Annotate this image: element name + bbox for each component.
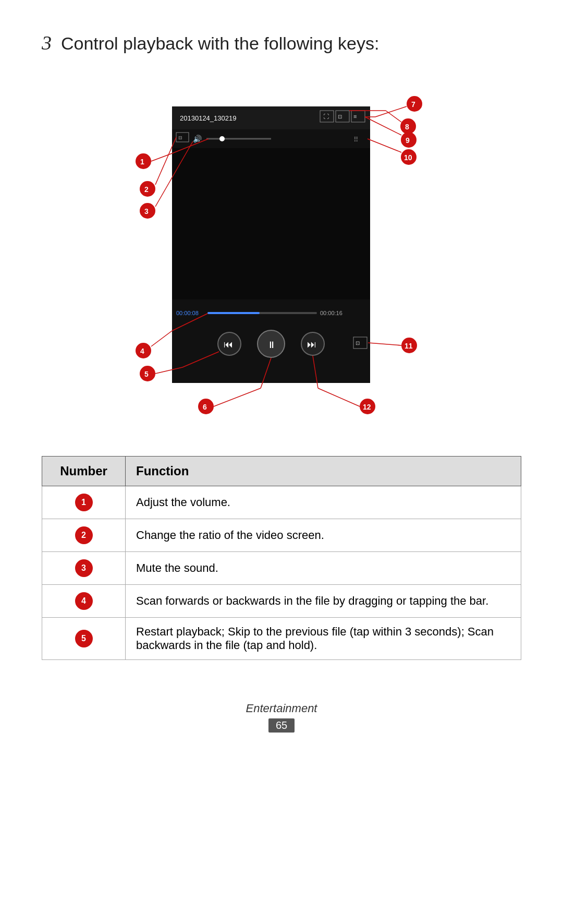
- number-badge: 3: [75, 559, 93, 577]
- svg-text:11: 11: [405, 342, 413, 350]
- svg-text:00:00:08: 00:00:08: [176, 310, 199, 316]
- row-function-cell: Change the ratio of the video screen.: [126, 519, 521, 552]
- svg-text:3: 3: [144, 207, 149, 215]
- row-function-cell: Adjust the volume.: [126, 486, 521, 519]
- svg-line-66: [368, 343, 401, 345]
- diagram-area: 20130124_130219 ⛶ ⊡ ≡ ⊟ 🔊 ⠿: [68, 75, 495, 440]
- svg-line-31: [375, 106, 407, 117]
- page-container: 3 Control playback with the following ke…: [0, 0, 563, 774]
- svg-text:⊡: ⊡: [356, 340, 360, 346]
- number-badge: 1: [75, 494, 93, 511]
- table-row: 1Adjust the volume.: [42, 486, 521, 519]
- svg-text:6: 6: [203, 403, 207, 411]
- svg-line-41: [368, 139, 401, 152]
- row-function-cell: Scan forwards or backwards in the file b…: [126, 585, 521, 618]
- svg-line-35: [386, 111, 401, 122]
- svg-text:5: 5: [144, 370, 149, 378]
- col-number-header: Number: [42, 457, 126, 486]
- svg-text:≡: ≡: [353, 113, 357, 119]
- number-badge: 5: [75, 630, 93, 647]
- svg-text:2: 2: [144, 185, 149, 194]
- diagram-svg: 20130124_130219 ⛶ ⊡ ≡ ⊟ 🔊 ⠿: [68, 75, 495, 440]
- svg-line-63: [214, 388, 261, 406]
- svg-text:⏸: ⏸: [267, 340, 276, 350]
- step-text: Control playback with the following keys…: [61, 33, 379, 54]
- table-row: 4Scan forwards or backwards in the file …: [42, 585, 521, 618]
- svg-text:10: 10: [404, 153, 412, 162]
- row-number-cell: 4: [42, 585, 126, 618]
- step-number: 3: [42, 31, 52, 54]
- footer-page-number: 65: [268, 718, 295, 733]
- svg-text:00:00:16: 00:00:16: [320, 310, 342, 316]
- svg-text:4: 4: [140, 347, 144, 355]
- svg-text:8: 8: [405, 123, 409, 131]
- svg-text:⠿: ⠿: [353, 136, 359, 143]
- table-row: 3Mute the sound.: [42, 552, 521, 585]
- svg-text:12: 12: [363, 403, 371, 411]
- number-badge: 4: [75, 592, 93, 610]
- svg-text:20130124_130219: 20130124_130219: [180, 114, 236, 122]
- page-footer: Entertainment 65: [42, 702, 521, 733]
- col-function-header: Function: [126, 457, 521, 486]
- step-heading: 3 Control playback with the following ke…: [42, 31, 521, 54]
- footer-category: Entertainment: [42, 702, 521, 715]
- row-function-cell: Mute the sound.: [126, 552, 521, 585]
- function-table: Number Function 1Adjust the volume.2Chan…: [42, 456, 521, 660]
- svg-text:⛶: ⛶: [323, 113, 329, 119]
- svg-line-70: [318, 388, 360, 406]
- svg-rect-20: [207, 312, 260, 314]
- number-badge: 2: [75, 526, 93, 544]
- row-function-cell: Restart playback; Skip to the previous f…: [126, 618, 521, 660]
- svg-text:7: 7: [411, 100, 415, 109]
- row-number-cell: 5: [42, 618, 126, 660]
- svg-line-55: [151, 331, 172, 346]
- row-number-cell: 1: [42, 486, 126, 519]
- svg-rect-16: [172, 148, 370, 299]
- svg-text:⊡: ⊡: [338, 114, 342, 119]
- svg-text:9: 9: [406, 136, 410, 145]
- table-row: 2Change the ratio of the video screen.: [42, 519, 521, 552]
- svg-point-14: [219, 136, 225, 141]
- svg-text:1: 1: [140, 158, 144, 166]
- row-number-cell: 2: [42, 519, 126, 552]
- svg-text:⊟: ⊟: [178, 135, 182, 140]
- svg-text:⏮: ⏮: [224, 339, 233, 350]
- svg-text:⏭: ⏭: [307, 339, 316, 350]
- svg-line-38: [365, 117, 401, 135]
- row-number-cell: 3: [42, 552, 126, 585]
- table-row: 5Restart playback; Skip to the previous …: [42, 618, 521, 660]
